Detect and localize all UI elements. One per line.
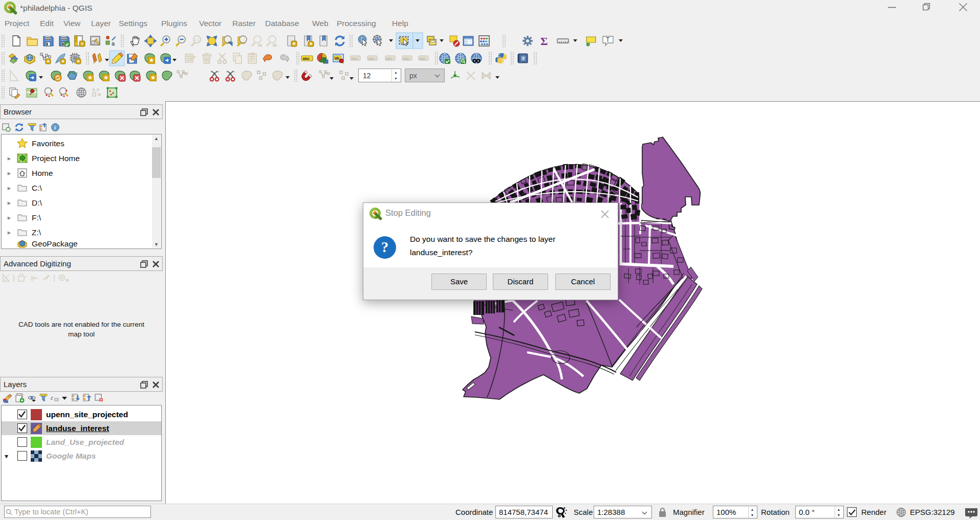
svg-text:i: i — [54, 125, 56, 130]
svg-text:ε: ε — [51, 394, 54, 401]
svg-text:?: ? — [381, 239, 389, 255]
